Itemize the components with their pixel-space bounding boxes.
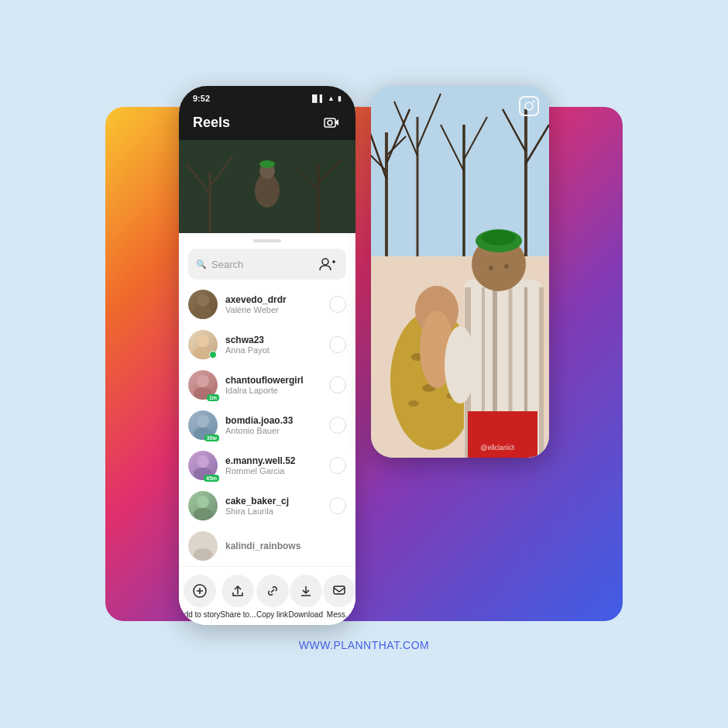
share-handle (179, 233, 355, 246)
contact-item[interactable]: 30w bomdia.joao.33 Antonio Bauer (179, 405, 355, 445)
phone-time: 9:52 (193, 94, 210, 103)
contact-info: schwa23 Anna Payot (225, 335, 321, 355)
reels-video-inner (179, 140, 355, 233)
contact-realname: Idalra Laporte (225, 386, 321, 395)
main-card: 9:52 ▐▌▌ ▲ ▮ Reels (105, 107, 623, 621)
svg-point-16 (194, 307, 212, 319)
phones-row: 9:52 ▐▌▌ ▲ ▮ Reels (127, 86, 601, 625)
add-story-icon[interactable] (184, 575, 216, 607)
contact-checkbox[interactable] (329, 497, 346, 514)
contact-item[interactable]: cake_baker_cj Shira Laurila (179, 486, 355, 526)
action-bar: Add to story Share to... (179, 566, 355, 625)
svg-point-57 (408, 400, 419, 407)
svg-point-1 (328, 121, 332, 125)
camera-icon[interactable] (321, 112, 342, 132)
search-bar[interactable]: 🔍 Search (188, 249, 346, 280)
share-handle-bar (253, 239, 281, 242)
contact-item[interactable]: 45m e.manny.well.52 Rommel Garcia (179, 445, 355, 486)
contact-username: axevedo_drdr (225, 294, 321, 305)
svg-point-19 (197, 375, 209, 387)
svg-point-77 (533, 101, 535, 103)
message-action[interactable]: Mess... (323, 575, 355, 619)
contact-item[interactable]: axevedo_drdr Valérie Weber (179, 284, 355, 325)
battery-icon: ▮ (338, 94, 342, 102)
download-action[interactable]: Download (289, 575, 323, 619)
message-label: Mess... (327, 610, 352, 619)
add-to-story-action[interactable]: Add to story (179, 575, 220, 619)
time-badge: 45m (204, 475, 219, 482)
avatar (188, 290, 218, 319)
contact-checkbox[interactable] (329, 296, 346, 313)
phone-left: 9:52 ▐▌▌ ▲ ▮ Reels (179, 86, 355, 625)
svg-rect-0 (325, 118, 335, 127)
message-icon[interactable] (323, 575, 355, 607)
svg-point-25 (197, 496, 209, 508)
reels-header: Reels (179, 108, 355, 140)
svg-point-26 (194, 508, 212, 520)
contact-realname: Rommel Garcia (225, 466, 321, 476)
contact-checkbox[interactable] (329, 457, 346, 474)
phone-right: @ellclariii3 (371, 86, 549, 458)
share-to-label: Share to... (220, 610, 256, 619)
svg-point-23 (197, 455, 209, 468)
online-indicator (209, 351, 217, 359)
svg-point-71 (482, 230, 516, 246)
status-bar: 9:52 ▐▌▌ ▲ ▮ (179, 86, 355, 108)
contact-username: cake_baker_cj (225, 496, 321, 507)
copy-link-action[interactable]: Copy link (256, 575, 289, 619)
copy-link-label: Copy link (256, 610, 288, 619)
signal-icon: ▐▌▌ (310, 94, 325, 102)
time-badge: 30w (204, 434, 219, 441)
svg-point-28 (194, 548, 212, 561)
svg-point-21 (197, 415, 209, 428)
contact-checkbox[interactable] (329, 417, 346, 434)
contact-item[interactable]: 1m chantouflowergirl Idalra Laporte (179, 365, 355, 405)
svg-point-15 (197, 294, 209, 307)
contact-item[interactable]: kalindi_rainbows (179, 526, 355, 566)
contact-item[interactable]: schwa23 Anna Payot (179, 325, 355, 365)
contact-username: chantouflowergirl (225, 375, 321, 386)
avatar: 1m (188, 370, 218, 400)
avatar (188, 330, 218, 359)
svg-point-27 (197, 536, 209, 548)
svg-rect-35 (334, 586, 345, 594)
add-people-button[interactable] (317, 253, 338, 275)
svg-point-68 (445, 326, 476, 403)
search-icon: 🔍 (196, 259, 207, 270)
add-story-label: Add to story (179, 610, 220, 619)
contact-username: schwa23 (225, 335, 321, 345)
reels-title: Reels (193, 115, 230, 131)
status-icons: ▐▌▌ ▲ ▮ (310, 94, 342, 102)
svg-point-72 (489, 266, 493, 270)
contact-info: bomdia.joao.33 Antonio Bauer (225, 415, 321, 435)
avatar: 30w (188, 410, 218, 440)
contact-info: e.manny.well.52 Rommel Garcia (225, 455, 321, 476)
search-placeholder: Search (211, 259, 243, 270)
wifi-icon: ▲ (328, 94, 335, 102)
contact-list: axevedo_drdr Valérie Weber schwa23 (179, 284, 355, 566)
contact-info: kalindi_rainbows (225, 541, 346, 551)
share-icon[interactable] (221, 575, 254, 607)
avatar (188, 531, 218, 561)
contact-realname: Antonio Bauer (225, 426, 321, 435)
avatar: 45m (188, 451, 218, 480)
download-icon[interactable] (290, 575, 322, 607)
svg-text:@ellclariii3: @ellclariii3 (480, 444, 514, 452)
contact-username: e.manny.well.52 (225, 455, 321, 466)
contact-info: chantouflowergirl Idalra Laporte (225, 375, 321, 395)
svg-point-11 (259, 160, 275, 168)
contact-username: kalindi_rainbows (225, 541, 346, 551)
contact-username: bomdia.joao.33 (225, 415, 321, 426)
contact-realname: Shira Laurila (225, 507, 321, 516)
share-sheet: 🔍 Search (179, 233, 355, 625)
copy-link-icon[interactable] (256, 575, 289, 607)
contact-info: cake_baker_cj Shira Laurila (225, 496, 321, 516)
contact-realname: Valérie Weber (225, 305, 321, 314)
share-to-action[interactable]: Share to... (220, 575, 256, 619)
contact-checkbox[interactable] (329, 376, 346, 393)
contact-checkbox[interactable] (329, 336, 346, 353)
contact-realname: Anna Payot (225, 345, 321, 355)
svg-point-12 (322, 259, 328, 265)
svg-point-73 (504, 264, 509, 269)
time-badge: 1m (207, 394, 219, 401)
